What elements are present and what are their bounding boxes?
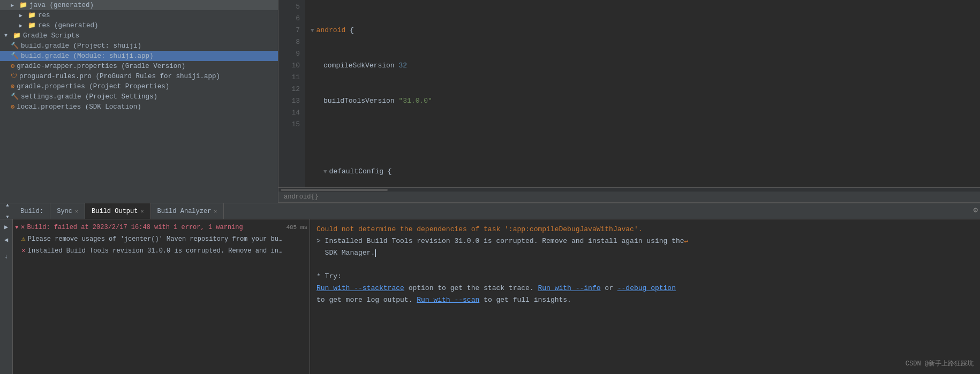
scroll-to-end-button[interactable]: ↓ [1,251,12,262]
editor-area: 5 6 7 8 9 10 11 12 13 14 15 ▼android { c… [278,0,980,203]
properties-icon: ⚙ [11,82,14,90]
stacktrace-link[interactable]: Run with --stacktrace [316,284,404,292]
bottom-tabs: ▲ ▼ Build: Sync ✕ Build Output ✕ Build A… [0,203,980,219]
tab-sync[interactable]: Sync ✕ [50,203,85,219]
sidebar-item-build-gradle-project[interactable]: 🔨 build.gradle (Project: shuiji) [0,41,278,51]
error-icon: ✕ [21,246,26,256]
error-icon: ✕ [21,223,25,232]
expand-icon: ▼ [15,223,19,232]
main-area: ▶ 📁 java (generated) ▶ 📁 res ▶ 📁 res (ge… [0,0,980,203]
code-editor[interactable]: ▼android { compileSdkVersion 32 buildToo… [305,0,980,187]
code-line-6: compileSdkVersion 32 [311,60,975,72]
chevron-right-icon: ▶ [19,22,26,29]
sidebar-item-build-gradle-module[interactable]: 🔨 build.gradle (Module: shuiji.app) [0,51,278,61]
or-text: or [605,284,617,292]
scrollbar-thumb[interactable] [281,189,388,191]
error-output-panel[interactable]: Could not determine the dependencies of … [310,219,980,374]
sidebar-item-proguard-rules[interactable]: 🛡 proguard-rules.pro (ProGuard Rules for… [0,71,278,81]
sidebar-item-res-generated[interactable]: ▶ 📁 res (generated) [0,20,278,30]
build-tree: ▼ ✕ Build: failed at 2023/2/17 16:48 wit… [13,219,310,374]
left-panel-toolbar: ▲ ▼ [2,200,12,223]
bottom-panel: ▲ ▼ Build: Sync ✕ Build Output ✕ Build A… [0,203,980,374]
debug-link[interactable]: --debug option [617,284,676,292]
sidebar-item-label: gradle-wrapper.properties (Gradle Versio… [17,63,185,70]
build-status-text: Build: failed at 2023/2/17 16:48 with 1 … [27,223,243,232]
sidebar-item-res[interactable]: ▶ 📁 res [0,10,278,20]
error-line-1: Could not determine the dependencies of … [316,224,974,235]
folder-icon: 📁 [19,1,27,9]
chevron-down-icon: ▼ [4,33,11,39]
panel-up-button[interactable]: ▲ [2,200,13,211]
option-text: option to get the stack trace. [409,284,538,292]
expand-all-button[interactable]: ▶ [1,222,12,232]
sidebar-item-label: Gradle Scripts [23,32,79,40]
tab-build-output-close[interactable]: ✕ [140,208,144,215]
tab-build[interactable]: Build: [14,203,50,219]
error-title: Could not determine the dependencies of … [316,225,643,233]
warning-icon: ⚠ [21,234,26,244]
sidebar-item-settings-gradle[interactable]: 🔨 settings.gradle (Project Settings) [0,91,278,102]
pro-icon: 🛡 [11,72,17,80]
build-tree-error[interactable]: ✕ Installed Build Tools revision 31.0.0 … [13,245,310,257]
error-detail: > Installed Build Tools revision 31.0.0 … [316,237,688,245]
try-text: * Try: [316,272,342,280]
sidebar-item-label: local.properties (SDK Location) [17,103,141,111]
tab-build-analyzer[interactable]: Build Analyzer ✕ [151,203,224,219]
sidebar-item-label: proguard-rules.pro (ProGuard Rules for s… [19,73,220,80]
code-line-5: ▼android { [311,25,975,36]
cursor [375,249,376,257]
build-tree-warning[interactable]: ⚠ Please remove usages of 'jcenter()' Ma… [13,233,310,245]
sidebar: ▶ 📁 java (generated) ▶ 📁 res ▶ 📁 res (ge… [0,0,278,203]
breadcrumb-text: android{} [284,193,319,201]
code-line-8 [311,131,975,142]
fold-icon[interactable]: ▼ [323,166,327,178]
gradle-icon: 🔨 [11,42,19,50]
gradle-icon: 🔨 [11,52,19,60]
tab-build-analyzer-close[interactable]: ✕ [214,208,217,215]
build-time-badge: 485 ms [286,223,307,232]
horizontal-scrollbar[interactable] [278,187,980,192]
collapse-all-button[interactable]: ◀ [1,234,12,245]
code-content[interactable]: 5 6 7 8 9 10 11 12 13 14 15 ▼android { c… [278,0,980,187]
build-status-item[interactable]: ▼ ✕ Build: failed at 2023/2/17 16:48 wit… [13,222,310,233]
code-line-9: ▼defaultConfig { [311,166,975,178]
sidebar-item-local-properties[interactable]: ⚙ local.properties (SDK Location) [0,102,278,112]
breadcrumb: android{} [278,192,980,203]
sidebar-item-label: settings.gradle (Project Settings) [21,93,157,101]
gradle-icon: 🔨 [11,93,19,101]
sidebar-item-gradle-wrapper[interactable]: ⚙ gradle-wrapper.properties (Gradle Vers… [0,61,278,71]
error-text: Installed Build Tools revision 31.0.0 is… [28,246,285,256]
tab-sync-label: Sync [57,208,72,215]
log-text: to get more log output. [316,296,417,304]
tab-build-output-label: Build Output [92,208,138,215]
sidebar-item-label: res [38,12,50,19]
code-line-7: buildToolsVersion "31.0.0" [311,95,975,107]
bottom-panel-body: ▶ ◀ ↓ ▼ ✕ Build: failed at 2023/2/17 16:… [0,219,980,374]
line-numbers: 5 6 7 8 9 10 11 12 13 14 15 [278,0,305,187]
sidebar-item-gradle-scripts[interactable]: ▼ 📁 Gradle Scripts [0,30,278,41]
sidebar-item-label: build.gradle (Module: shuiji.app) [21,52,154,60]
error-line-3: SDK Manager. [316,247,974,259]
info-link[interactable]: Run with --info [538,284,600,292]
tab-build-analyzer-label: Build Analyzer [157,208,212,215]
scan-link[interactable]: Run with --scan [417,296,479,304]
try-label: * Try: [316,271,974,283]
chevron-right-icon: ▶ [19,12,26,19]
panel-settings-icon[interactable]: ⚙ [974,205,978,215]
sidebar-item-java-generated[interactable]: ▶ 📁 java (generated) [0,0,278,10]
empty-line [316,259,974,271]
panel-down-button[interactable]: ▼ [2,212,13,223]
sidebar-item-label: build.gradle (Project: shuiji) [21,42,141,50]
tab-sync-close[interactable]: ✕ [75,208,78,215]
error-links-line-2: to get more log output. Run with --scan … [316,294,974,306]
error-line-2: > Installed Build Tools revision 31.0.0 … [316,235,974,247]
warning-text: Please remove usages of 'jcenter()' Mave… [28,234,285,244]
sidebar-item-label: res (generated) [38,22,99,29]
sidebar-item-label: gradle.properties (Project Properties) [17,83,169,90]
sidebar-item-gradle-properties[interactable]: ⚙ gradle.properties (Project Properties) [0,81,278,91]
folder-icon: 📁 [28,11,36,19]
fold-icon[interactable]: ▼ [311,25,314,36]
properties-icon: ⚙ [11,62,14,70]
folder-icon: 📁 [13,32,21,40]
tab-build-output[interactable]: Build Output ✕ [85,203,150,219]
